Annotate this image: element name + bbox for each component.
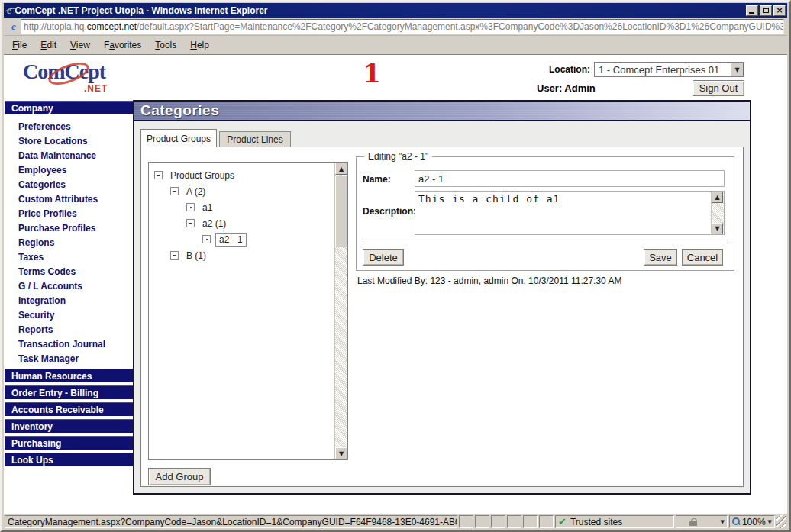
sidebar-item-data-maintenance[interactable]: Data Maintenance bbox=[5, 148, 133, 163]
sidebar-item-security[interactable]: Security bbox=[5, 308, 133, 322]
security-dropdown-arrow-icon[interactable]: ▼ bbox=[721, 519, 725, 525]
status-zoom-panel[interactable]: 100% ▼ bbox=[729, 515, 775, 528]
sidebar-section-order-entry-billing[interactable]: Order Entry - Billing bbox=[5, 385, 133, 399]
scroll-down-icon[interactable]: ▼ bbox=[335, 447, 347, 459]
sidebar-item-price-profiles[interactable]: Price Profiles bbox=[5, 206, 133, 221]
sidebar-item-categories[interactable]: Categories bbox=[5, 177, 133, 192]
tab-product-groups[interactable]: Product Groups bbox=[140, 129, 217, 147]
sidebar-item-task-manager[interactable]: Task Manager bbox=[5, 351, 133, 366]
sign-out-button[interactable]: Sign Out bbox=[693, 80, 744, 96]
scrollbar-thumb[interactable] bbox=[335, 176, 347, 247]
sidebar-sections: Human ResourcesOrder Entry - BillingAcco… bbox=[5, 369, 133, 466]
add-group-button[interactable]: Add Group bbox=[148, 468, 211, 485]
menu-view[interactable]: View bbox=[63, 37, 97, 53]
status-panel-spacer bbox=[539, 515, 554, 528]
status-security-panel[interactable]: ▼ bbox=[676, 515, 728, 528]
ie-logo-icon: e bbox=[7, 5, 11, 17]
maximize-button[interactable] bbox=[760, 5, 772, 16]
status-page-url: CategoryManagement.aspx?CompanyCode=Jaso… bbox=[5, 515, 457, 528]
status-zone-panel: ✔ Trusted sites bbox=[555, 515, 674, 528]
menu-file[interactable]: File bbox=[5, 37, 34, 53]
location-label: Location: bbox=[492, 64, 590, 75]
dot-glyph bbox=[190, 207, 192, 208]
menu-edit[interactable]: Edit bbox=[34, 37, 63, 53]
sidebar-item-reports[interactable]: Reports bbox=[5, 322, 133, 337]
scroll-up-icon[interactable]: ▲ bbox=[335, 163, 347, 175]
sidebar-items: PreferencesStore LocationsData Maintenan… bbox=[5, 114, 133, 369]
sidebar-item-employees[interactable]: Employees bbox=[5, 163, 133, 177]
menu-tools[interactable]: Tools bbox=[148, 37, 183, 53]
sidebar-item-g-l-accounts[interactable]: G / L Accounts bbox=[5, 279, 133, 293]
tree-node-product-groups[interactable]: Product Groups bbox=[149, 167, 334, 183]
description-field-wrapper: This is a child of a1 ▲ ▼ bbox=[415, 191, 725, 235]
collapse-icon[interactable] bbox=[154, 171, 163, 179]
zone-label: Trusted sites bbox=[570, 517, 622, 527]
sidebar-item-preferences[interactable]: Preferences bbox=[5, 119, 133, 134]
editor-divider bbox=[363, 243, 728, 243]
sidebar-item-purchase-profiles[interactable]: Purchase Profiles bbox=[5, 221, 133, 235]
tree-node-label[interactable]: a1 bbox=[199, 202, 215, 214]
tree-node-label[interactable]: a2 (1) bbox=[199, 218, 229, 230]
cancel-button[interactable]: Cancel bbox=[682, 249, 723, 266]
name-label: Name: bbox=[363, 174, 391, 185]
sidebar: Company PreferencesStore LocationsData M… bbox=[5, 101, 133, 469]
sidebar-section-company[interactable]: Company bbox=[5, 101, 133, 114]
sidebar-item-integration[interactable]: Integration bbox=[5, 293, 133, 308]
page-content: ComCept .NET 1 Location: 1 - Comcept Ent… bbox=[4, 55, 787, 514]
menu-help[interactable]: Help bbox=[183, 37, 216, 53]
sidebar-section-human-resources[interactable]: Human Resources bbox=[5, 369, 133, 382]
sidebar-item-store-locations[interactable]: Store Locations bbox=[5, 134, 133, 148]
status-panel-spacer bbox=[507, 515, 521, 528]
tree-node-a1[interactable]: a1 bbox=[149, 199, 334, 215]
tab-product-lines[interactable]: Product Lines bbox=[219, 131, 291, 147]
sidebar-item-regions[interactable]: Regions bbox=[5, 235, 133, 250]
minus-glyph bbox=[173, 255, 176, 256]
sidebar-item-transaction-journal[interactable]: Transaction Journal bbox=[5, 337, 133, 351]
tree-scrollbar[interactable]: ▲ ▼ bbox=[334, 163, 347, 459]
sidebar-item-taxes[interactable]: Taxes bbox=[5, 250, 133, 264]
save-button[interactable]: Save bbox=[644, 249, 677, 266]
close-button[interactable]: × bbox=[773, 5, 786, 16]
collapse-icon[interactable] bbox=[170, 187, 179, 195]
editor-legend: Editing "a2 - 1" bbox=[364, 151, 432, 162]
tree-node-label[interactable]: Product Groups bbox=[167, 169, 237, 182]
lock-icon bbox=[689, 518, 697, 525]
sidebar-item-terms-codes[interactable]: Terms Codes bbox=[5, 264, 133, 279]
description-input[interactable]: This is a child of a1 bbox=[415, 192, 711, 234]
browser-window: e ComCept .NET Project Utopia - Windows … bbox=[0, 0, 791, 532]
sidebar-section-accounts-receivable[interactable]: Accounts Receivable bbox=[5, 402, 133, 416]
collapse-icon[interactable] bbox=[170, 251, 179, 260]
scroll-up-icon[interactable]: ▲ bbox=[712, 192, 723, 203]
sidebar-section-inventory[interactable]: Inventory bbox=[5, 419, 133, 433]
location-dropdown-arrow-icon[interactable]: ▼ bbox=[731, 63, 744, 76]
tree-node-b-1[interactable]: B (1) bbox=[149, 247, 334, 263]
trusted-check-icon: ✔ bbox=[558, 516, 567, 527]
sidebar-item-custom-attributes[interactable]: Custom Attributes bbox=[5, 192, 133, 206]
collapse-icon[interactable] bbox=[186, 219, 195, 227]
leaf-icon[interactable] bbox=[186, 203, 195, 211]
resize-grip[interactable] bbox=[776, 515, 786, 528]
description-label: Description: bbox=[363, 206, 416, 217]
tree-node-label[interactable]: a2 - 1 bbox=[215, 233, 247, 247]
leaf-icon[interactable] bbox=[202, 235, 211, 243]
menu-favorites[interactable]: Favorites bbox=[97, 37, 148, 53]
minimize-button[interactable] bbox=[746, 5, 758, 16]
location-select[interactable]: 1 - Comcept Enterprises 01 ▼ bbox=[594, 62, 744, 77]
sidebar-section-purchasing[interactable]: Purchasing bbox=[5, 436, 133, 450]
maximize-icon bbox=[763, 8, 769, 13]
delete-button[interactable]: Delete bbox=[363, 249, 404, 266]
tree-node-a2-1[interactable]: a2 (1) bbox=[149, 215, 334, 231]
description-scrollbar[interactable]: ▲ ▼ bbox=[711, 192, 724, 234]
tree-node-a-2[interactable]: A (2) bbox=[149, 183, 334, 199]
tree-node-label[interactable]: B (1) bbox=[183, 250, 209, 262]
zoom-dropdown-arrow-icon[interactable]: ▼ bbox=[768, 519, 772, 525]
minimize-icon bbox=[749, 12, 754, 14]
name-input[interactable] bbox=[415, 170, 725, 187]
tab-page: Product GroupsA (2)a1a2 (1)a2 - 1B (1) ▲… bbox=[140, 147, 744, 487]
scroll-down-icon[interactable]: ▼ bbox=[712, 223, 723, 234]
tree-node-a2-1[interactable]: a2 - 1 bbox=[149, 231, 334, 247]
sidebar-section-look-ups[interactable]: Look Ups bbox=[5, 453, 133, 466]
zoom-level: 100% bbox=[742, 517, 766, 527]
tree-node-label[interactable]: A (2) bbox=[183, 185, 208, 198]
address-input[interactable]: http://utopia.hq.comcept.net/default.asp… bbox=[21, 19, 784, 34]
